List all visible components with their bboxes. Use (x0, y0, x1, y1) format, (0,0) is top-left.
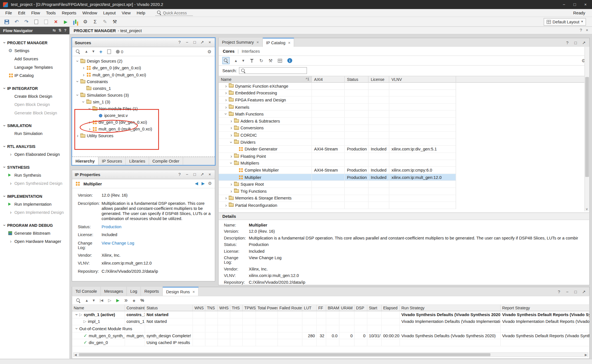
collapse-all-icon[interactable] (86, 298, 88, 303)
sidebar-item-run-implementation[interactable]: Run Implementation (0, 200, 69, 208)
chevron-right-icon[interactable] (229, 133, 234, 137)
scroll-down-icon[interactable] (586, 208, 588, 211)
tree-row-sim-mult-gen-0[interactable]: mult_gen_0 (mult_gen_0.xci) (72, 126, 215, 132)
column-header[interactable]: Run Strategy (400, 305, 501, 311)
sidebar-item-open-implemented-design[interactable]: Open Implemented Design (0, 208, 69, 216)
menu-tools[interactable]: Tools (43, 10, 59, 16)
percent-toggle-icon[interactable] (140, 298, 144, 303)
chevron-right-icon[interactable] (224, 98, 228, 102)
scroll-left-icon[interactable] (74, 354, 77, 357)
chevron-down-icon[interactable] (87, 106, 92, 111)
column-header-name[interactable]: Name^1 (218, 76, 312, 83)
chevron-right-icon[interactable] (8, 239, 13, 244)
column-header[interactable]: BRAM (326, 305, 339, 311)
sidebar-item-open-hardware-manager[interactable]: Open Hardware Manager (0, 237, 69, 245)
menu-file[interactable]: File (2, 10, 15, 16)
gear-icon[interactable] (207, 49, 211, 54)
sidebar-item-run-synthesis[interactable]: Run Synthesis (0, 171, 69, 179)
menu-view[interactable]: View (119, 10, 134, 16)
horizontal-scrollbar[interactable] (73, 352, 588, 357)
column-header-vlnv[interactable]: VLNV (389, 76, 456, 83)
maximize-icon[interactable] (200, 40, 204, 45)
sidebar-item-run-simulation[interactable]: Run Simulation (0, 129, 69, 137)
column-header[interactable]: THS (230, 305, 243, 311)
fn-header-rtl-analysis[interactable]: RTL ANALYSIS (0, 143, 69, 150)
change-log-link[interactable]: View Change Log (101, 241, 211, 250)
filter-icon[interactable] (249, 58, 254, 63)
help-icon[interactable] (556, 290, 561, 294)
layout-selector[interactable]: Default Layout (544, 18, 586, 26)
tree-row-utility-sources[interactable]: Utility Sources (72, 132, 215, 139)
column-header[interactable]: Elapsed (382, 305, 400, 311)
chevron-down-icon[interactable] (224, 112, 228, 116)
menu-window[interactable]: Window (79, 10, 100, 16)
catalog-row-multiplier-selected[interactable]: MultiplierProductionIncludedxilinx.com:i… (218, 174, 456, 181)
reports-button[interactable] (72, 18, 79, 26)
catalog-row[interactable]: Partial Reconfiguration (218, 202, 456, 209)
chevron-right-icon[interactable] (224, 196, 228, 200)
expand-all-icon[interactable] (93, 298, 95, 303)
help-icon[interactable] (64, 29, 67, 32)
undo-button[interactable] (13, 18, 21, 26)
reset-runs-icon[interactable] (100, 299, 103, 302)
tab-ip-catalog[interactable]: IP Catalog (263, 38, 294, 47)
float-icon[interactable] (192, 40, 197, 45)
minimize-icon[interactable] (185, 172, 189, 177)
column-header[interactable]: Status (145, 305, 193, 311)
catalog-search-input[interactable] (247, 68, 305, 73)
tab-project-summary[interactable]: Project Summary (218, 38, 262, 47)
scrollbar-thumb[interactable] (585, 77, 589, 177)
maximize-icon[interactable] (581, 41, 586, 45)
help-icon[interactable] (580, 28, 582, 32)
subtab-cores[interactable]: Cores (223, 49, 235, 53)
chevron-down-icon[interactable] (75, 79, 80, 84)
search-toggle[interactable] (222, 57, 229, 64)
chevron-down-icon[interactable] (75, 326, 79, 331)
sidebar-item-create-block-design[interactable]: Create Block Design (0, 92, 69, 100)
search-icon[interactable] (76, 49, 80, 54)
run-row-ooc-group[interactable]: Out-of-Context Module Runs (72, 325, 589, 332)
catalog-row[interactable]: Adders & Subtracters (218, 118, 456, 125)
paste-button[interactable] (42, 18, 50, 26)
catalog-row-complex-multiplier[interactable]: Complex MultiplierAXI4-StreamProductionI… (218, 167, 456, 174)
refresh-icon[interactable] (259, 58, 263, 63)
catalog-row[interactable]: Floating Point (218, 153, 456, 160)
vertical-scrollbar[interactable] (584, 47, 589, 211)
chevron-down-icon[interactable] (81, 99, 86, 104)
run-row-impl-1[interactable]: impl_1 constrs_1 Not started (72, 318, 589, 325)
edit-button[interactable] (101, 18, 109, 26)
scrollbar-thumb[interactable] (79, 353, 491, 356)
expand-collapse-icon[interactable] (58, 29, 61, 32)
chevron-right-icon[interactable] (229, 126, 234, 130)
column-header[interactable]: Name (72, 305, 125, 311)
column-header[interactable]: FF (317, 305, 326, 311)
sidebar-item-generate-block-design[interactable]: Generate Block Design (0, 109, 69, 117)
float-icon[interactable] (573, 41, 578, 45)
window-close-button[interactable] (584, 3, 587, 7)
column-header[interactable]: Failed Routes (278, 305, 302, 311)
sources-panel-header[interactable]: Sources (72, 38, 215, 47)
fast-forward-icon[interactable] (124, 297, 128, 303)
catalog-row[interactable]: Multipliers (218, 160, 456, 167)
chevron-right-icon[interactable] (8, 181, 13, 186)
tree-row-constrs-1[interactable]: constrs_1 (72, 85, 215, 92)
quick-access-search[interactable] (155, 10, 193, 16)
chevron-down-icon[interactable] (229, 140, 233, 145)
catalog-row[interactable]: Dividers (218, 139, 456, 146)
chevron-right-icon[interactable] (229, 189, 234, 194)
copy-button[interactable] (32, 18, 40, 26)
close-tab-icon[interactable] (257, 40, 259, 45)
run-row-synth-1[interactable]: synth_1 (active) constrs_1 Not started (72, 311, 589, 318)
column-header-status[interactable]: Status (345, 76, 368, 83)
catalog-row[interactable]: Kernels (218, 104, 456, 111)
sidebar-item-add-sources[interactable]: Add Sources (0, 55, 69, 63)
column-header[interactable]: TPWS (243, 305, 256, 311)
float-icon[interactable] (192, 172, 197, 177)
chevron-right-icon[interactable] (224, 91, 228, 95)
fn-header-synthesis[interactable]: SYNTHESIS (0, 163, 69, 171)
close-tab-icon[interactable] (193, 290, 195, 294)
column-header[interactable]: TNS (206, 305, 218, 311)
tree-row-div-gen-0[interactable]: div_gen_0 (div_gen_0.xci) (72, 65, 215, 71)
column-header[interactable]: URAM (339, 305, 355, 311)
status-link[interactable]: Production (249, 242, 578, 247)
